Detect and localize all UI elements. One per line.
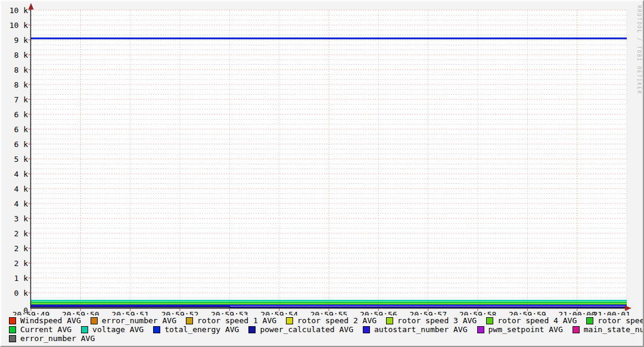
y-tick-label: 2 k bbox=[14, 244, 29, 253]
legend-label: autostart_number AVG bbox=[374, 325, 468, 334]
y-tick-label: 2 k bbox=[14, 229, 29, 238]
y-tick-label: 8 k bbox=[14, 65, 29, 74]
legend-label: error_number AVG bbox=[20, 334, 95, 343]
y-axis-arrow-icon bbox=[29, 3, 34, 10]
x-tick-label: 20:59:57 bbox=[409, 310, 447, 315]
legend-swatch-icon bbox=[386, 317, 393, 324]
legend-label: rotor speed 5 AVG bbox=[598, 316, 644, 325]
legend-swatch-icon bbox=[91, 317, 98, 324]
x-tick-label: 21:00:01 bbox=[593, 310, 630, 315]
legend-swatch-icon bbox=[573, 326, 580, 333]
legend-item: pwm_setpoint AVG bbox=[477, 325, 563, 334]
legend-label: rotor speed 4 AVG bbox=[497, 316, 577, 325]
legend-item: power_calculated AVG bbox=[248, 325, 353, 334]
x-tick-label: 20:59:49 bbox=[13, 310, 50, 315]
legend-item: total_energy AVG bbox=[153, 325, 239, 334]
y-tick-label: 0 k bbox=[14, 289, 29, 298]
y-tick-label: 5 k bbox=[14, 155, 29, 164]
legend-row: Windspeed AVGerror_number AVGrotor speed… bbox=[9, 316, 644, 325]
y-tick-label: 8 k bbox=[14, 80, 29, 89]
watermark-text: RRDTOOL / TOBI OETIKER bbox=[636, 5, 642, 95]
legend-item: error_number AVG bbox=[9, 334, 95, 343]
legend-label: power_calculated AVG bbox=[260, 325, 353, 334]
legend-swatch-icon bbox=[9, 317, 16, 324]
legend-item: Windspeed AVG bbox=[9, 316, 81, 325]
legend-swatch-icon bbox=[186, 317, 193, 324]
legend-item: voltage AVG bbox=[81, 325, 144, 334]
legend-item: rotor speed 1 AVG bbox=[186, 316, 276, 325]
y-tick-label: 6 k bbox=[14, 140, 29, 149]
x-tick-label: 20:59:54 bbox=[260, 310, 298, 315]
x-tick-label: 20:59:59 bbox=[509, 310, 546, 315]
y-tick-label: 10 k bbox=[10, 21, 28, 30]
y-tick-label: 6 k bbox=[14, 125, 29, 134]
legend-swatch-icon bbox=[477, 326, 484, 333]
y-tick-label: 10 k bbox=[10, 6, 28, 15]
x-tick-label: 20:59:52 bbox=[161, 310, 199, 315]
y-tick-label: 4 k bbox=[14, 199, 29, 208]
series-power_calculated bbox=[31, 307, 627, 307]
legend-label: Current AVG bbox=[20, 325, 71, 334]
legend-swatch-icon bbox=[363, 326, 370, 333]
legend-item: rotor speed 4 AVG bbox=[486, 316, 577, 325]
legend-row: error_number AVG bbox=[9, 334, 644, 343]
legend-swatch-icon bbox=[486, 317, 493, 324]
legend: Windspeed AVGerror_number AVGrotor speed… bbox=[9, 316, 644, 343]
legend-swatch-icon bbox=[153, 326, 160, 333]
rrdtool-graph-window: 10 k10 k9 k8 k8 k8 k7 k6 k6 k6 k5 k4 k4 … bbox=[0, 0, 644, 347]
chart-canvas: 10 k10 k9 k8 k8 k8 k7 k6 k6 k6 k5 k4 k4 … bbox=[1, 1, 644, 315]
legend-label: rotor speed 3 AVG bbox=[397, 316, 477, 325]
y-tick-label: 4 k bbox=[14, 185, 29, 193]
y-tick-label: 3 k bbox=[14, 214, 29, 223]
y-tick-label: 6 k bbox=[14, 110, 29, 119]
y-tick-label: 1 k bbox=[14, 274, 29, 283]
legend-swatch-icon bbox=[286, 317, 293, 324]
legend-label: voltage AVG bbox=[92, 325, 144, 334]
x-tick-label: 20:59:55 bbox=[310, 310, 348, 315]
legend-item: rotor speed 2 AVG bbox=[286, 316, 377, 325]
x-tick-label: 20:59:51 bbox=[111, 310, 149, 315]
legend-item: rotor speed 3 AVG bbox=[386, 316, 477, 325]
x-tick-label: 20:59:56 bbox=[360, 310, 397, 315]
legend-row: Current AVGvoltage AVGtotal_energy AVGpo… bbox=[9, 325, 644, 334]
legend-item: autostart_number AVG bbox=[363, 325, 468, 334]
legend-swatch-icon bbox=[81, 326, 88, 333]
legend-swatch-icon bbox=[248, 326, 256, 333]
legend-item: Current AVG bbox=[9, 325, 71, 334]
x-tick-label: 20:59:58 bbox=[459, 310, 497, 315]
legend-swatch-icon bbox=[9, 326, 16, 333]
y-tick-label: 4 k bbox=[14, 170, 29, 179]
legend-swatch-icon bbox=[9, 335, 16, 342]
legend-label: rotor speed 2 AVG bbox=[297, 316, 377, 325]
x-tick-label: 20:59:53 bbox=[211, 310, 248, 315]
legend-label: Windspeed AVG bbox=[20, 316, 81, 325]
legend-label: error_number AVG bbox=[102, 316, 176, 325]
legend-item: error_number AVG bbox=[91, 316, 176, 325]
y-tick-label: 2 k bbox=[14, 259, 29, 268]
legend-label: pwm_setpoint AVG bbox=[489, 325, 563, 334]
legend-item: rotor speed 5 AVG bbox=[586, 316, 644, 325]
legend-label: rotor speed 1 AVG bbox=[197, 316, 276, 325]
y-tick-label: 7 k bbox=[14, 95, 29, 104]
y-tick-label: 8 k bbox=[14, 51, 29, 60]
x-tick-label: 21:00:00 bbox=[558, 310, 596, 315]
legend-label: total_energy AVG bbox=[164, 325, 239, 334]
x-tick-label: 20:59:50 bbox=[62, 310, 99, 315]
legend-label: main_state_number AVG bbox=[584, 325, 644, 334]
legend-swatch-icon bbox=[586, 317, 593, 324]
legend-item: main_state_number AVG bbox=[573, 325, 644, 334]
y-tick-label: 9 k bbox=[14, 36, 29, 45]
